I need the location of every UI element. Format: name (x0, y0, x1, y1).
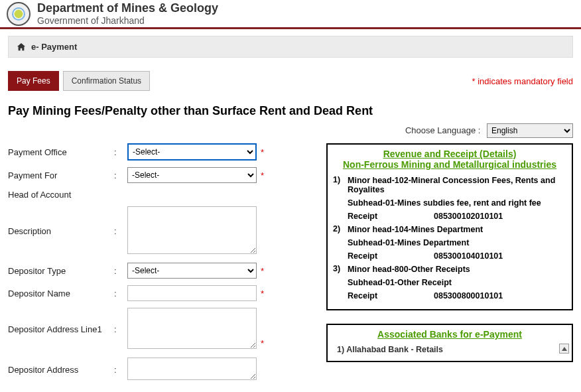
depositor-type-label: Depositor Type (8, 266, 114, 276)
description-label: Description (8, 226, 114, 236)
bank-item-num: 1) (337, 345, 344, 354)
dept-logo (7, 2, 31, 26)
home-icon[interactable] (17, 42, 26, 52)
receipt-value: 085300104010101 (434, 251, 503, 261)
receipt-label: Receipt (348, 212, 434, 221)
description-textarea[interactable] (127, 206, 257, 254)
depositor-name-input[interactable] (127, 285, 257, 301)
required-star: * (261, 170, 264, 180)
depositor-type-select[interactable]: -Select- (127, 263, 257, 279)
scroll-up-icon[interactable] (559, 344, 569, 354)
payment-for-label: Payment For (8, 170, 114, 180)
revenue-title: Revenue and Receipt (Details) (333, 149, 566, 159)
language-row: Choose Language : English (8, 123, 573, 138)
depositor-address2-label: Depositor Address (8, 365, 114, 375)
form-column: Payment Office : -Select- * Payment For … (8, 143, 313, 389)
revenue-item: 2) Minor head-104-Mines Department Subhe… (333, 223, 566, 263)
revenue-subhead: Subhead-01-Mines Department (348, 236, 566, 249)
banks-title: Associated Banks for e-Payment (328, 325, 572, 342)
banks-panel: Associated Banks for e-Payment 1) Allaha… (326, 324, 573, 362)
dept-logo-inner (12, 7, 25, 21)
breadcrumb: e- Payment (8, 36, 573, 58)
required-star: * (261, 147, 264, 157)
revenue-minor-head: Minor head-800-Other Receipts (348, 263, 566, 276)
header-bar: Department of Mines & Geology Government… (0, 0, 581, 29)
receipt-label: Receipt (348, 291, 434, 300)
tabs-row: Pay Fees Confirmation Status * indicates… (8, 71, 573, 91)
receipt-value: 085300800010101 (434, 291, 503, 300)
language-select[interactable]: English (487, 123, 573, 138)
depositor-name-label: Depositor Name (8, 289, 114, 298)
tab-pay-fees[interactable]: Pay Fees (8, 71, 59, 91)
revenue-panel: Revenue and Receipt (Details) Non-Ferrou… (326, 143, 573, 310)
depositor-address1-label: Depositor Address Line1 (8, 324, 114, 334)
dept-title: Department of Mines & Geology (37, 1, 218, 15)
bank-item-name: Allahabad Bank - Retails (346, 345, 443, 354)
revenue-item-num: 3) (333, 263, 348, 302)
language-label: Choose Language : (405, 125, 480, 135)
revenue-item: 3) Minor head-800-Other Receipts Subhead… (333, 263, 566, 302)
payment-office-label: Payment Office (8, 147, 114, 157)
dept-subtitle: Government of Jharkhand (37, 15, 218, 26)
revenue-minor-head: Minor head-102-Mineral Concession Fees, … (348, 174, 566, 196)
tab-confirmation-status[interactable]: Confirmation Status (63, 71, 150, 91)
revenue-subtitle: Non-Ferrous Mining and Metallurgical ind… (333, 159, 566, 170)
payment-for-select[interactable]: -Select- (127, 167, 257, 183)
breadcrumb-text: e- Payment (31, 42, 77, 52)
revenue-subhead: Subhead-01-Other Receipt (348, 276, 566, 289)
head-of-account-label: Head of Account (8, 190, 114, 200)
revenue-item-num: 2) (333, 223, 348, 263)
mandatory-note: * indicates mandatory field (472, 76, 573, 86)
info-column: Revenue and Receipt (Details) Non-Ferrou… (326, 143, 573, 389)
revenue-list: 1) Minor head-102-Mineral Concession Fee… (333, 174, 566, 302)
payment-office-select[interactable]: -Select- (127, 143, 257, 161)
dept-titles: Department of Mines & Geology Government… (37, 1, 218, 26)
depositor-address1-textarea[interactable] (127, 308, 257, 349)
revenue-item: 1) Minor head-102-Mineral Concession Fee… (333, 174, 566, 223)
bank-item: 1) Allahabad Bank - Retails (328, 342, 572, 357)
revenue-subhead: Subhead-01-Mines subdies fee, rent and r… (348, 196, 566, 210)
page-title: Pay Mining Fees/Penalty other than Surfa… (8, 104, 573, 118)
required-star: * (261, 266, 264, 276)
required-star: * (261, 338, 264, 351)
banks-list: 1) Allahabad Bank - Retails (328, 342, 572, 361)
required-star: * (261, 289, 264, 298)
receipt-value: 085300102010101 (434, 212, 503, 221)
receipt-label: Receipt (348, 251, 434, 261)
revenue-item-num: 1) (333, 174, 348, 223)
depositor-address2-textarea[interactable] (127, 358, 257, 380)
revenue-minor-head: Minor head-104-Mines Department (348, 223, 566, 236)
